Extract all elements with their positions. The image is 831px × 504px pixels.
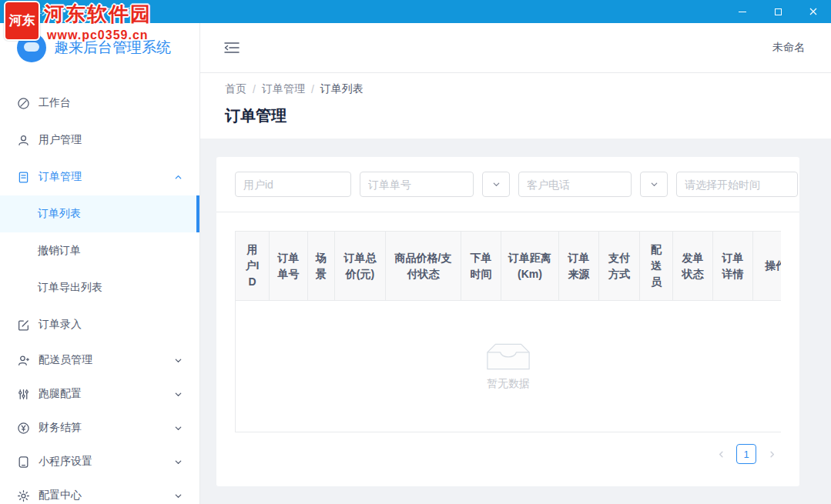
document-icon: [17, 171, 30, 184]
menu-fold-icon[interactable]: [223, 41, 240, 55]
next-page-button[interactable]: [762, 445, 781, 463]
sidebar-item-label: 小程序设置: [39, 455, 92, 469]
breadcrumb-item-order-management[interactable]: 订单管理: [262, 82, 305, 96]
sidebar-item-label: 订单管理: [39, 170, 82, 184]
sidebar-nav: 工作台 用户管理 订单管理 订单列表: [0, 72, 199, 504]
dashboard-icon: [17, 97, 30, 110]
orders-table-header-row: 用户ID 订单单号 场景 订单总价(元) 商品价格/支付状态 下单时间 订单距离…: [236, 232, 781, 301]
team-icon: [17, 354, 30, 367]
miniapp-icon: [17, 456, 30, 469]
sidebar-item-cancel-order[interactable]: 撤销订单: [0, 232, 199, 269]
sidebar-item-order-entry[interactable]: 订单录入: [0, 306, 199, 343]
window-titlebar: 订单列表 • 趣来后台管理系统: [0, 0, 831, 23]
sidebar-item-workbench[interactable]: 工作台: [0, 85, 199, 122]
main-area: 未命名 首页 / 订单管理 / 订单列表 订单管理: [200, 23, 831, 504]
app-window: 订单列表 • 趣来后台管理系统 趣来后台管理系统 工作台: [0, 0, 831, 504]
column-header-scene: 场景: [308, 232, 335, 301]
app-logo: 趣来后台管理系统: [0, 23, 199, 72]
sidebar-item-label: 财务结算: [39, 421, 82, 435]
breadcrumb-separator: /: [311, 83, 314, 95]
phone-filter-dropdown-button[interactable]: [640, 172, 668, 197]
header-bar: 未命名: [200, 23, 831, 73]
sidebar-item-finance-settlement[interactable]: 财务结算: [0, 411, 199, 445]
chevron-down-icon: [174, 356, 183, 365]
sliders-icon: [17, 388, 30, 401]
sidebar-item-order-export-list[interactable]: 订单导出列表: [0, 269, 199, 306]
empty-state-text: 暂无数据: [487, 377, 530, 391]
app-icon: [6, 5, 18, 18]
breadcrumb-separator: /: [253, 83, 256, 95]
sidebar-item-order-list[interactable]: 订单列表: [0, 195, 199, 232]
sidebar-item-miniprogram-settings[interactable]: 小程序设置: [0, 445, 199, 479]
user-id-input[interactable]: [235, 172, 351, 197]
pagination: 1: [216, 432, 799, 464]
sidebar-item-label: 配送员管理: [39, 353, 92, 367]
maximize-icon: [775, 8, 782, 15]
empty-state: 暂无数据: [236, 301, 781, 432]
chevron-left-icon: [717, 450, 725, 459]
column-header-order-time: 下单时间: [461, 232, 501, 301]
sidebar-item-label: 订单导出列表: [38, 281, 102, 295]
order-number-input[interactable]: [360, 172, 474, 197]
sidebar-item-label: 工作台: [39, 96, 71, 110]
chevron-down-icon: [174, 390, 183, 399]
chevron-down-icon: [492, 180, 501, 189]
close-button[interactable]: [796, 0, 831, 23]
column-header-payment-method: 支付方式: [599, 232, 640, 301]
column-header-order-total: 订单总价(元): [335, 232, 386, 301]
sidebar-item-label: 撤销订单: [38, 244, 81, 258]
column-header-order-source: 订单来源: [559, 232, 599, 301]
minimize-button[interactable]: [725, 0, 760, 23]
current-user-name[interactable]: 未命名: [772, 41, 805, 55]
sidebar-item-user-management[interactable]: 用户管理: [0, 122, 199, 159]
sidebar-item-order-management[interactable]: 订单管理: [0, 159, 199, 195]
window-body: 趣来后台管理系统 工作台 用户管理: [0, 23, 831, 504]
chevron-down-icon: [174, 458, 183, 466]
column-header-actions: 操作: [753, 232, 781, 301]
logo-title: 趣来后台管理系统: [54, 38, 171, 58]
previous-page-button[interactable]: [712, 445, 730, 463]
sidebar-item-label: 订单列表: [38, 207, 81, 221]
sidebar-item-errand-config[interactable]: 跑腿配置: [0, 377, 199, 411]
breadcrumb-item-order-list: 订单列表: [320, 82, 364, 96]
breadcrumb-item-home[interactable]: 首页: [225, 82, 246, 96]
column-header-order-detail: 订单详情: [713, 232, 753, 301]
minimize-icon: [739, 12, 746, 12]
column-header-dispatch-status: 发单状态: [673, 232, 713, 301]
logo-icon: [17, 33, 46, 62]
column-header-user-id: 用户ID: [236, 232, 270, 301]
page-title: 订单管理: [225, 105, 806, 126]
window-controls: [725, 0, 831, 23]
column-header-courier: 配送员: [640, 232, 673, 301]
start-time-input[interactable]: [676, 172, 798, 197]
sidebar-item-courier-management[interactable]: 配送员管理: [0, 343, 199, 377]
sidebar-item-config-center[interactable]: 配置中心: [0, 479, 199, 504]
sidebar: 趣来后台管理系统 工作台 用户管理: [0, 23, 200, 504]
page-header: 首页 / 订单管理 / 订单列表 订单管理: [200, 73, 831, 139]
sidebar-item-label: 跑腿配置: [39, 387, 82, 401]
chevron-up-icon: [174, 173, 183, 182]
gear-icon: [17, 489, 30, 502]
window-title: 订单列表 • 趣来后台管理系统: [23, 5, 142, 18]
column-header-distance: 订单距离(Km): [501, 232, 559, 301]
edit-icon: [17, 319, 30, 332]
column-header-price-status: 商品价格/支付状态: [386, 232, 461, 301]
breadcrumb: 首页 / 订单管理 / 订单列表: [225, 82, 806, 96]
sidebar-item-label: 配置中心: [39, 489, 82, 502]
chevron-down-icon: [650, 180, 658, 189]
sidebar-item-label: 订单录入: [39, 318, 82, 332]
orders-table-zone: 用户ID 订单单号 场景 订单总价(元) 商品价格/支付状态 下单时间 订单距离…: [235, 231, 781, 432]
content-area: 用户ID 订单单号 场景 订单总价(元) 商品价格/支付状态 下单时间 订单距离…: [200, 139, 831, 504]
chevron-down-icon: [174, 424, 183, 432]
chevron-right-icon: [768, 450, 776, 459]
chevron-down-icon: [174, 492, 183, 500]
order-list-card: 用户ID 订单单号 场景 订单总价(元) 商品价格/支付状态 下单时间 订单距离…: [216, 157, 799, 486]
column-header-order-number: 订单单号: [270, 232, 308, 301]
money-icon: [17, 422, 30, 435]
user-icon: [17, 134, 30, 147]
sidebar-item-label: 用户管理: [39, 133, 82, 147]
maximize-button[interactable]: [760, 0, 796, 23]
order-filter-dropdown-button[interactable]: [482, 172, 510, 197]
customer-phone-input[interactable]: [518, 172, 632, 197]
page-number-button[interactable]: 1: [736, 444, 756, 464]
